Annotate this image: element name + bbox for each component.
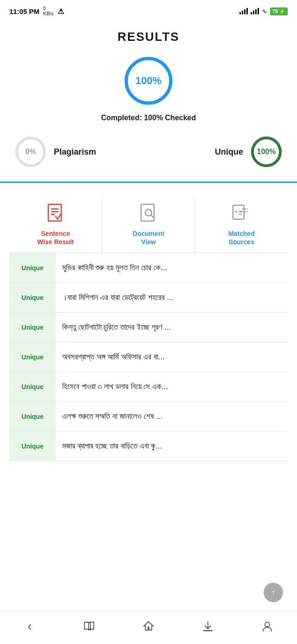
unique-percent: 100% <box>257 148 276 156</box>
tabs-row: SentenceWise Result DocumentView <box>9 196 288 253</box>
status-right: ∿ 79 ⚡ <box>239 7 288 15</box>
svg-line-12 <box>151 215 153 217</box>
plagiarism-stat: 0% Plagiarism <box>14 135 96 169</box>
result-row-4: Unique হিসেবে পাওয়া ৩ লাখ ডলার নিয়ে সে… <box>9 372 288 402</box>
result-badge-2: Unique <box>9 312 56 342</box>
tab-sentence[interactable]: SentenceWise Result <box>9 196 102 253</box>
result-row-6: Unique মজার ব্যাপার হচ্ছে তার বাড়িতে এব… <box>9 431 288 461</box>
unique-circle: 100% <box>250 135 283 169</box>
svg-marker-20 <box>235 210 237 213</box>
home-icon <box>142 620 155 633</box>
page-title: RESULTS <box>9 30 288 44</box>
nav-profile-button[interactable] <box>256 615 278 637</box>
result-text-5: এলক্ষ শুরুতে সম্মতি না জানালেও শেষ ... <box>56 405 288 428</box>
scroll-to-top-button[interactable]: ↑ <box>264 583 283 602</box>
result-row-1: Unique ।যারা মিশিগান এর যারা ডেট্রেয়েট … <box>9 283 288 312</box>
document-search-icon <box>137 202 160 225</box>
stats-row: 0% Plagiarism Unique 100% <box>9 135 288 169</box>
nav-book-button[interactable] <box>78 615 100 637</box>
document-lines-icon <box>45 202 67 225</box>
svg-marker-19 <box>240 210 242 213</box>
result-text-2: কিন্তু ছোটখাটো চুরিতে তাদের ইচ্ছে পূরণ .… <box>56 316 288 339</box>
svg-rect-6 <box>48 204 61 221</box>
signal-bars-1 <box>239 8 248 14</box>
warning-icon: ⚠ <box>58 7 64 16</box>
book-icon <box>83 620 96 633</box>
result-row-2: Unique কিন্তু ছোটখাটো চুরিতে তাদের ইচ্ছে… <box>9 312 288 342</box>
nav-download-button[interactable] <box>197 615 219 637</box>
result-row-3: Unique অবসরপ্রাপ্ত অঙ্গ আর্মি অফিসার এর … <box>9 342 288 372</box>
wifi-icon: ∿ <box>262 7 267 15</box>
result-badge-6: Unique <box>9 431 56 461</box>
plagiarism-label: Plagiarism <box>54 147 96 157</box>
result-text-3: অবসরপ্রাপ্ত অঙ্গ আর্মি অফিসার এর বা... <box>56 345 288 369</box>
profile-icon <box>261 620 274 633</box>
nav-back-button[interactable]: ‹ <box>19 615 41 637</box>
plagiarism-percent: 0% <box>25 148 36 156</box>
unique-label: Unique <box>215 147 243 157</box>
status-bar: 11:05 PM 0KB/s ⚠ ∿ 79 ⚡ <box>0 0 297 20</box>
bottom-nav: ‹ <box>0 611 297 644</box>
main-content: RESULTS 100% Completed: 100% Checked <box>0 20 297 611</box>
status-left: 11:05 PM 0KB/s ⚠ <box>9 6 64 16</box>
kb-indicator: 0KB/s <box>43 6 54 16</box>
download-icon <box>201 620 214 633</box>
results-list: Unique মুভির কাহিনী শুরু হয় মূলত তিন চো… <box>9 253 288 461</box>
tab-document-label: DocumentView <box>133 229 164 246</box>
battery-indicator: 79 ⚡ <box>270 7 288 15</box>
blue-divider <box>0 182 297 183</box>
document-compare-icon <box>230 202 252 225</box>
result-badge-5: Unique <box>9 402 56 431</box>
main-circle-container: 100% <box>9 55 288 106</box>
result-text-0: মুভির কাহিনী শুরু হয় মূলত তিন চোর কে... <box>56 256 288 280</box>
tab-matched-label: MatchedSources <box>228 229 255 246</box>
tab-document[interactable]: DocumentView <box>102 196 195 253</box>
result-badge-0: Unique <box>9 253 56 282</box>
tab-sentence-label: SentenceWise Result <box>37 229 74 246</box>
result-text-1: ।যারা মিশিগান এর যারা ডেট্রেয়েট শহরের .… <box>56 286 288 309</box>
result-badge-4: Unique <box>9 372 56 401</box>
result-row-5: Unique এলক্ষ শুরুতে সম্মতি না জানালেও শে… <box>9 402 288 431</box>
result-badge-3: Unique <box>9 342 56 371</box>
main-progress-circle: 100% <box>123 55 174 106</box>
main-circle-percent: 100% <box>136 75 161 87</box>
back-icon: ‹ <box>27 619 32 634</box>
tab-matched[interactable]: MatchedSources <box>195 196 288 253</box>
result-row-0: Unique মুভির কাহিনী শুরু হয় মূলত তিন চো… <box>9 253 288 283</box>
signal-bars-2 <box>251 8 259 14</box>
nav-home-button[interactable] <box>137 615 160 637</box>
plagiarism-circle: 0% <box>14 135 47 169</box>
result-text-4: হিসেবে পাওয়া ৩ লাখ ডলার নিয়ে সে এক... <box>56 375 288 398</box>
result-text-6: মজার ব্যাপার হচ্ছে তার বাড়িতে এবা কু... <box>56 435 288 458</box>
svg-rect-21 <box>203 630 213 631</box>
time-display: 11:05 PM <box>9 7 39 15</box>
unique-stat: Unique 100% <box>215 135 283 169</box>
page-wrapper: 11:05 PM 0KB/s ⚠ ∿ 79 ⚡ <box>0 0 297 644</box>
svg-point-22 <box>265 622 270 627</box>
completed-text: Completed: 100% Checked <box>9 114 288 122</box>
result-badge-1: Unique <box>9 283 56 312</box>
